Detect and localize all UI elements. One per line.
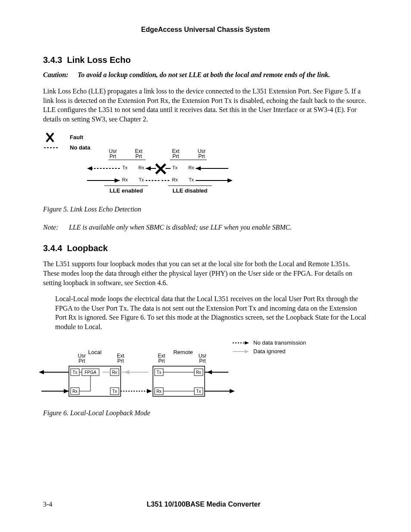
svg-text:Tx: Tx (112, 389, 117, 394)
svg-text:Tx: Tx (189, 177, 194, 182)
footer-title: L351 10/100BASE Media Converter (147, 501, 261, 508)
svg-text:Rx: Rx (172, 177, 178, 182)
svg-text:Tx: Tx (196, 389, 201, 394)
svg-marker-83 (207, 370, 212, 374)
svg-marker-20 (115, 178, 120, 183)
figure-6: No data transmission Data ignored Local … (39, 339, 368, 405)
paragraph-indent: Local-Local mode loops the electrical da… (55, 294, 368, 331)
svg-text:Tx: Tx (172, 165, 178, 170)
fault-icon (156, 164, 165, 174)
svg-text:Tx: Tx (72, 370, 77, 375)
section-title: Loopback (67, 243, 108, 253)
svg-text:Tx: Tx (122, 165, 128, 170)
local-device: Local Usr Prt Ext Prt Tx FPGA Rx Rx Tx (69, 349, 125, 396)
lle-disabled-block: Tx Rx Rx Tx (162, 165, 233, 183)
figure-5-svg: Fault No data Usr Prt Ext Prt Ext Prt Us… (43, 131, 246, 199)
svg-text:Prt: Prt (172, 153, 179, 159)
legend-nodata-label: No data transmission (253, 339, 306, 346)
svg-text:Remote: Remote (173, 349, 193, 355)
svg-text:Prt: Prt (117, 358, 124, 364)
svg-marker-63 (124, 370, 129, 374)
note-block: Note: LLE is available only when SBMC is… (43, 224, 368, 231)
svg-text:Tx: Tx (139, 177, 144, 182)
remote-device: Remote Ext Prt Usr Prt Tx Rx Rx Tx (153, 349, 206, 396)
legend: Fault No data (44, 133, 90, 151)
svg-marker-65 (147, 389, 152, 393)
svg-marker-14 (87, 166, 92, 171)
svg-text:FPGA: FPGA (84, 370, 97, 375)
svg-text:Prt: Prt (198, 153, 205, 159)
lle-disabled-label: LLE disabled (173, 187, 208, 194)
svg-text:Rx: Rx (72, 389, 78, 394)
legend-ignored-label: Data ignored (253, 348, 285, 355)
svg-marker-16 (146, 166, 151, 171)
note-label: Note: (43, 224, 69, 231)
section-heading-link-loss-echo: 3.4.3 Link Loss Echo (43, 55, 368, 65)
lle-enabled-block: Tx Rx Rx Tx (87, 165, 159, 183)
svg-marker-59 (39, 370, 44, 374)
figure-6-svg: No data transmission Data ignored Local … (39, 339, 358, 403)
paragraph: Link Loss Echo (LLE) propagates a link l… (43, 87, 368, 124)
page-number: 3-4 (43, 501, 52, 508)
section-title: Link Loss Echo (67, 55, 131, 65)
paragraph: The L351 supports four loopback modes th… (43, 259, 368, 287)
svg-marker-37 (245, 350, 249, 353)
figure-5-caption: Figure 5. Link Loss Echo Detection (43, 205, 368, 213)
svg-text:Rx: Rx (112, 370, 117, 375)
svg-text:Tx: Tx (156, 370, 161, 375)
lle-enabled-label: LLE enabled (109, 187, 143, 194)
legend-fault-label: Fault (70, 134, 84, 140)
svg-text:Rx: Rx (196, 370, 201, 375)
legend: No data transmission Data ignored (233, 339, 306, 355)
note-text: LLE is available only when SBMC is disab… (69, 224, 292, 231)
svg-text:Prt: Prt (78, 358, 85, 364)
caution-label: Caution: (43, 71, 78, 79)
svg-marker-61 (64, 389, 69, 393)
svg-text:Prt: Prt (109, 153, 116, 159)
caution-block: Caution: To avoid a lockup condition, do… (43, 71, 368, 79)
document-page: EdgeAccess Universal Chassis System 3.4.… (0, 0, 411, 532)
section-number: 3.4.3 (43, 55, 62, 65)
svg-text:Rx: Rx (122, 177, 128, 182)
figure-5: Fault No data Usr Prt Ext Prt Ext Prt Us… (43, 131, 368, 201)
svg-text:Rx: Rx (188, 165, 194, 170)
svg-marker-26 (196, 166, 201, 171)
svg-marker-85 (230, 389, 235, 393)
svg-text:Rx: Rx (156, 389, 162, 394)
svg-text:Prt: Prt (158, 358, 165, 364)
svg-text:Rx: Rx (138, 165, 144, 170)
svg-marker-35 (245, 341, 249, 345)
page-footer: 3-4 L351 10/100BASE Media Converter (43, 501, 368, 508)
svg-text:Prt: Prt (199, 358, 206, 364)
svg-text:Prt: Prt (135, 153, 142, 159)
caution-text: To avoid a lockup condition, do not set … (78, 71, 368, 79)
svg-marker-31 (227, 178, 233, 183)
legend-nodata-label: No data (70, 144, 90, 151)
section-heading-loopback: 3.4.4 Loopback (43, 243, 368, 253)
section-number: 3.4.4 (43, 243, 62, 253)
svg-text:Local: Local (88, 349, 101, 355)
figure-6-caption: Figure 6. Local-Local Loopback Mode (43, 409, 368, 417)
running-header: EdgeAccess Universal Chassis System (43, 26, 368, 34)
